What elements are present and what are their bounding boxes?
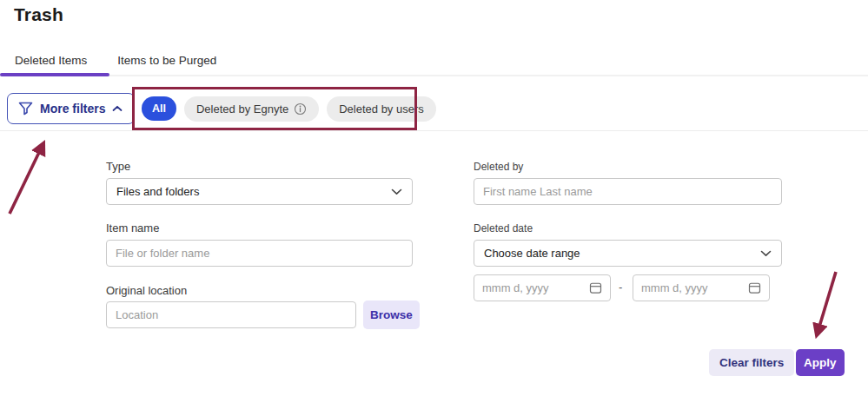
chevron-down-icon	[391, 188, 402, 195]
chip-deleted-by-egnyte[interactable]: Deleted by Egnyte	[184, 96, 319, 122]
info-icon[interactable]	[294, 102, 307, 116]
clear-filters-button[interactable]: Clear filters	[709, 349, 794, 376]
deleted-date-label: Deleted date	[474, 222, 533, 235]
filter-panel-divider	[0, 130, 868, 131]
filter-funnel-icon	[18, 102, 33, 116]
more-filters-button[interactable]: More filters	[7, 93, 135, 124]
original-location-input[interactable]	[106, 301, 356, 328]
deleted-by-input[interactable]	[474, 178, 782, 205]
tab-items-to-be-purged-label: Items to be Purged	[117, 54, 216, 67]
tab-deleted-items-label: Deleted Items	[15, 54, 87, 67]
annotation-arrow-more-filters	[10, 143, 43, 214]
browse-button[interactable]: Browse	[363, 301, 420, 329]
chip-deleted-by-users-label: Deleted by users	[339, 102, 424, 116]
page-title: Trash	[14, 4, 63, 25]
date-range-end-input[interactable]	[641, 281, 732, 294]
chevron-down-icon	[760, 250, 772, 257]
type-label: Type	[106, 160, 130, 173]
item-name-label: Item name	[106, 221, 159, 235]
date-range-separator: -	[619, 281, 622, 294]
chip-all-label: All	[152, 102, 166, 115]
item-name-input[interactable]	[106, 240, 413, 267]
date-range-start-input[interactable]	[482, 281, 573, 294]
date-range-start-field[interactable]	[474, 274, 611, 301]
chip-all[interactable]: All	[142, 96, 176, 121]
deleted-date-select[interactable]: Choose date range	[474, 240, 782, 267]
more-filters-label: More filters	[40, 102, 105, 116]
type-select-value: Files and folders	[116, 185, 199, 198]
date-range-end-field[interactable]	[633, 274, 770, 301]
tab-items-to-be-purged[interactable]: Items to be Purged	[101, 45, 230, 75]
original-location-label: Original location	[106, 284, 187, 297]
annotation-arrow-apply	[817, 272, 836, 335]
deleted-by-label: Deleted by	[474, 161, 523, 173]
type-select[interactable]: Files and folders	[106, 178, 413, 205]
filter-chips-row: All Deleted by Egnyte Deleted by users	[142, 96, 436, 122]
tab-deleted-items[interactable]: Deleted Items	[0, 45, 101, 75]
chip-deleted-by-egnyte-label: Deleted by Egnyte	[196, 102, 288, 116]
calendar-icon[interactable]	[589, 281, 602, 294]
deleted-date-select-value: Choose date range	[484, 247, 580, 260]
chip-deleted-by-users[interactable]: Deleted by users	[327, 96, 436, 122]
active-tab-underline	[0, 73, 109, 76]
tab-bar-divider	[0, 75, 868, 76]
chevron-up-icon	[112, 105, 123, 112]
apply-button[interactable]: Apply	[796, 349, 845, 376]
calendar-icon[interactable]	[748, 281, 761, 294]
tab-bar: Deleted Items Items to be Purged	[0, 45, 868, 75]
